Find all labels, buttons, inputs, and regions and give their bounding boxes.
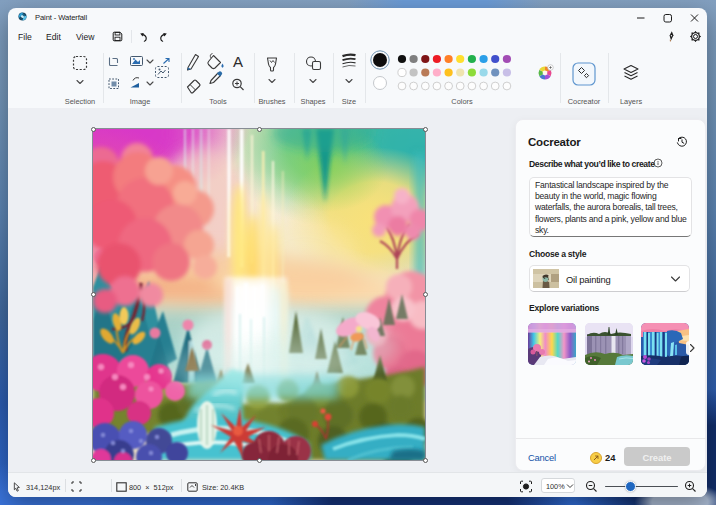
svg-text:A: A xyxy=(233,53,243,70)
